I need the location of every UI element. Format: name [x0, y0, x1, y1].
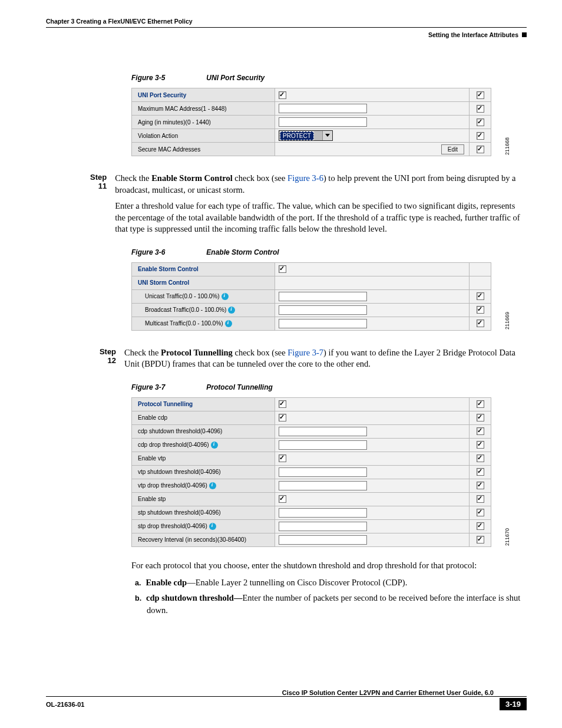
- list-item-b: b.cdp shutdown threshold—Enter the numbe…: [143, 592, 527, 616]
- cdp-shutdown-flag[interactable]: [477, 427, 484, 435]
- vtp-drop-label: vtp drop threshold(0-4096): [132, 479, 275, 492]
- figure-id: 211669: [504, 312, 510, 330]
- vtp-shutdown-input[interactable]: [279, 467, 367, 477]
- enable-cdp-label: Enable cdp: [132, 411, 275, 424]
- broadcast-input[interactable]: [279, 305, 367, 315]
- pt-label: Protocol Tunnelling: [132, 397, 275, 411]
- broadcast-flag[interactable]: [477, 306, 484, 314]
- violation-select[interactable]: PROTECT: [279, 130, 333, 141]
- info-icon[interactable]: [211, 442, 218, 449]
- enable-vtp-checkbox[interactable]: [279, 454, 286, 462]
- enable-storm-checkbox[interactable]: [279, 265, 286, 273]
- violation-flag[interactable]: [477, 132, 484, 140]
- step-12-label: Step 12: [90, 347, 124, 375]
- section-heading: Setting the Interface Attributes: [428, 31, 518, 38]
- vtp-shutdown-label: vtp shutdown threshold(0-4096): [132, 465, 275, 479]
- figure-id: 211670: [504, 528, 510, 546]
- step-11-p2: Enter a threshold value for each type of…: [115, 200, 527, 235]
- uni-port-security-label: UNI Port Security: [132, 88, 275, 102]
- vtp-drop-flag[interactable]: [477, 482, 484, 489]
- section-endcap-icon: [522, 32, 527, 37]
- vtp-shutdown-flag[interactable]: [477, 468, 484, 476]
- aging-input[interactable]: [279, 117, 367, 127]
- figure-3-5-caption: Figure 3-5UNI Port Security: [131, 74, 527, 82]
- info-icon[interactable]: [222, 293, 229, 300]
- uni-port-security-panel: UNI Port Security Maximum MAC Address(1 …: [131, 88, 491, 156]
- enable-vtp-flag[interactable]: [477, 454, 484, 462]
- protocol-tunnelling-panel: Protocol Tunnelling Enable cdp cdp shutd…: [131, 397, 491, 547]
- cdp-drop-label: cdp drop threshold(0-4096): [132, 438, 275, 452]
- enable-cdp-flag[interactable]: [477, 414, 484, 421]
- cdp-drop-input[interactable]: [279, 440, 367, 450]
- vtp-drop-input[interactable]: [279, 481, 367, 490]
- info-icon[interactable]: [209, 482, 216, 489]
- recovery-input[interactable]: [279, 535, 367, 545]
- step-11-label: Step 11: [90, 173, 115, 240]
- unicast-label: Unicast Traffic(0.0 - 100.0%): [132, 289, 275, 303]
- aging-label: Aging (in minutes)(0 - 1440): [132, 116, 275, 129]
- uni-port-security-checkbox[interactable]: [279, 91, 286, 99]
- page-number: 3-19: [500, 698, 527, 710]
- stp-shutdown-input[interactable]: [279, 508, 367, 518]
- multicast-label: Multicast Traffic(0.0 - 100.0%): [132, 317, 275, 330]
- info-icon[interactable]: [228, 307, 235, 314]
- figure-3-7-link[interactable]: Figure 3-7: [287, 348, 323, 357]
- info-icon[interactable]: [209, 523, 216, 530]
- enable-vtp-label: Enable vtp: [132, 452, 275, 465]
- multicast-flag[interactable]: [477, 319, 484, 327]
- figure-3-6-link[interactable]: Figure 3-6: [287, 173, 323, 183]
- step-11-p1: Check the Enable Storm Control check box…: [115, 173, 527, 196]
- cdp-shutdown-input[interactable]: [279, 427, 367, 436]
- unicast-input[interactable]: [279, 292, 367, 301]
- recovery-flag[interactable]: [477, 536, 484, 543]
- uni-storm-label: UNI Storm Control: [132, 276, 275, 289]
- figure-3-7-caption: Figure 3-7Protocol Tunnelling: [131, 383, 527, 391]
- storm-control-panel: Enable Storm Control UNI Storm Control U…: [131, 262, 491, 331]
- edit-button[interactable]: Edit: [441, 144, 464, 154]
- secure-mac-label: Secure MAC Addresses: [132, 143, 275, 156]
- stp-drop-flag[interactable]: [477, 522, 484, 530]
- info-icon[interactable]: [225, 320, 232, 327]
- chevron-down-icon: [322, 131, 332, 140]
- unicast-flag[interactable]: [477, 292, 484, 300]
- enable-stp-label: Enable stp: [132, 492, 275, 506]
- figure-3-6-caption: Figure 3-6Enable Storm Control: [131, 248, 527, 256]
- enable-stp-flag[interactable]: [477, 495, 484, 503]
- enable-cdp-checkbox[interactable]: [279, 414, 286, 421]
- broadcast-label: Broadcast Traffic(0.0 - 100.0%): [132, 303, 275, 317]
- footer-title: Cisco IP Solution Center L2VPN and Carri…: [46, 689, 494, 696]
- footer-ol: OL-21636-01: [46, 701, 84, 708]
- stp-drop-input[interactable]: [279, 522, 367, 531]
- figure-id: 211668: [504, 137, 510, 155]
- stp-shutdown-flag[interactable]: [477, 509, 484, 516]
- chapter-heading: Chapter 3 Creating a FlexUNI/EVC Etherne…: [46, 18, 193, 25]
- step-12-p1: Check the Protocol Tunnelling check box …: [124, 347, 527, 370]
- recovery-label: Recovery Interval (in seconds)(30-86400): [132, 533, 275, 546]
- max-mac-flag[interactable]: [477, 105, 484, 113]
- multicast-input[interactable]: [279, 319, 367, 328]
- page-footer: Cisco IP Solution Center L2VPN and Carri…: [46, 689, 527, 710]
- max-mac-input[interactable]: [279, 104, 367, 113]
- pt-flag[interactable]: [477, 400, 484, 408]
- cdp-shutdown-label: cdp shutdown threshold(0-4096): [132, 424, 275, 438]
- aging-flag[interactable]: [477, 118, 484, 126]
- violation-label: Violation Action: [132, 129, 275, 143]
- enable-storm-label: Enable Storm Control: [132, 262, 275, 276]
- cdp-drop-flag[interactable]: [477, 441, 484, 449]
- pt-checkbox[interactable]: [279, 400, 286, 408]
- stp-drop-label: stp drop threshold(0-4096): [132, 519, 275, 533]
- header-rule: [46, 27, 527, 28]
- list-item-a: a.Enable cdp—Enable Layer 2 tunnelling o…: [143, 577, 527, 589]
- secure-mac-flag[interactable]: [477, 146, 484, 153]
- enable-stp-checkbox[interactable]: [279, 495, 286, 503]
- stp-shutdown-label: stp shutdown threshold(0-4096): [132, 506, 275, 519]
- max-mac-label: Maximum MAC Address(1 - 8448): [132, 102, 275, 116]
- thresholds-intro: For each protocol that you choose, enter…: [131, 560, 527, 572]
- uni-port-security-flag[interactable]: [477, 91, 484, 99]
